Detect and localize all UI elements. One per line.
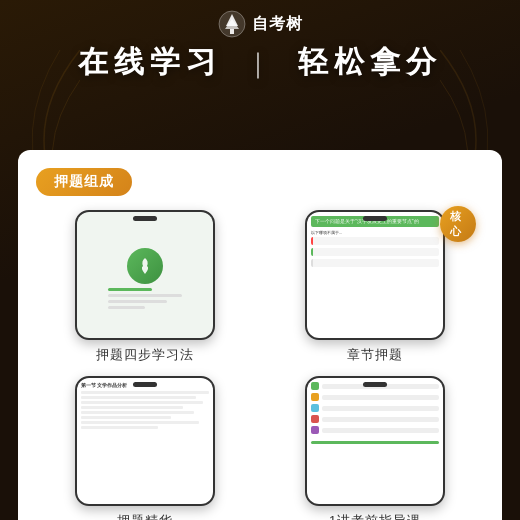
- text-line-6: [81, 416, 171, 419]
- screen-option-3: [311, 259, 439, 267]
- content-card: 押题组成: [18, 150, 502, 520]
- phone-item-2: 核心 下一个问题是关于"汉字发展史上的重要节点"的 以下哪项不属于...: [266, 210, 484, 364]
- item-bar-3: [322, 406, 439, 411]
- screen-items-list: [311, 382, 439, 444]
- title-divider: ｜: [245, 48, 276, 78]
- core-badge: 核心: [440, 206, 476, 242]
- section-tag: 押题组成: [36, 168, 132, 196]
- screen-item-5: [311, 426, 439, 434]
- text-line-2: [81, 396, 196, 399]
- screen-item-2: [311, 393, 439, 401]
- text-line-7: [81, 421, 199, 424]
- screen-lines: [108, 288, 182, 309]
- phone-label-3: 押题精华: [117, 512, 173, 520]
- phone-mockup-2: 下一个问题是关于"汉字发展史上的重要节点"的 以下哪项不属于...: [305, 210, 445, 340]
- logo-text: 自考树: [252, 14, 303, 35]
- phone-item-3: 第一节 文学作品分析 押题精华: [36, 376, 254, 520]
- svg-rect-3: [230, 29, 234, 34]
- phone-mockup-3: 第一节 文学作品分析: [75, 376, 215, 506]
- item-bar-5: [322, 428, 439, 433]
- phone-mockup-4: [305, 376, 445, 506]
- screen-line-green: [108, 288, 153, 291]
- phone-frame-4: [305, 376, 445, 506]
- screen-line-3: [108, 306, 145, 309]
- phone-screen-4: [307, 378, 443, 504]
- phone-label-2: 章节押题: [347, 346, 403, 364]
- phone-notch-1: [133, 216, 157, 221]
- header: 自考树 在线学习 ｜ 轻松拿分: [0, 0, 520, 86]
- main-title: 在线学习 ｜ 轻松拿分: [0, 44, 520, 80]
- title-part2: 轻松拿分: [298, 45, 442, 78]
- phone-frame-3: 第一节 文学作品分析: [75, 376, 215, 506]
- title-part1: 在线学习: [78, 45, 222, 78]
- phone-notch-4: [363, 382, 387, 387]
- text-line-1: [81, 391, 209, 394]
- text-line-8: [81, 426, 158, 429]
- screen-quiz-text: 以下哪项不属于...: [311, 230, 439, 236]
- phone-label-1: 押题四步学习法: [96, 346, 194, 364]
- item-dot-3: [311, 404, 319, 412]
- screen-option-2: [311, 248, 439, 256]
- phone-mockup-1: [75, 210, 215, 340]
- bottom-bar: [311, 441, 439, 444]
- logo-area: 自考树: [0, 10, 520, 38]
- phone-screen-3: 第一节 文学作品分析: [77, 378, 213, 504]
- phone-frame-2: 下一个问题是关于"汉字发展史上的重要节点"的 以下哪项不属于...: [305, 210, 445, 340]
- screen-option-1: [311, 237, 439, 245]
- screen-line-2: [108, 300, 168, 303]
- phone-item-1: 押题四步学习法: [36, 210, 254, 364]
- app-circle-icon: [127, 248, 163, 284]
- phone-frame-1: [75, 210, 215, 340]
- item-dot-1: [311, 382, 319, 390]
- main-container: 自考树 在线学习 ｜ 轻松拿分 押题组成: [0, 0, 520, 520]
- item-dot-2: [311, 393, 319, 401]
- item-dot-5: [311, 426, 319, 434]
- screen-line-1: [108, 294, 182, 297]
- phone-notch-3: [133, 382, 157, 387]
- phone-notch-2: [363, 216, 387, 221]
- text-line-4: [81, 406, 183, 409]
- item-bar-2: [322, 395, 439, 400]
- phone-screen-2: 下一个问题是关于"汉字发展史上的重要节点"的 以下哪项不属于...: [307, 212, 443, 338]
- phone-label-4: 1讲考前指导课: [329, 512, 421, 520]
- text-line-5: [81, 411, 194, 414]
- phone-item-4: 1讲考前指导课: [266, 376, 484, 520]
- phone-screen-1: [77, 212, 213, 338]
- phones-grid: 押题四步学习法 核心 下一个问题是关于"汉字发展史上的重要节点"的 以下哪项不属…: [36, 210, 484, 510]
- tree-logo-icon: [218, 10, 246, 38]
- screen-item-3: [311, 404, 439, 412]
- text-line-3: [81, 401, 203, 404]
- item-dot-4: [311, 415, 319, 423]
- screen-item-4: [311, 415, 439, 423]
- item-bar-4: [322, 417, 439, 422]
